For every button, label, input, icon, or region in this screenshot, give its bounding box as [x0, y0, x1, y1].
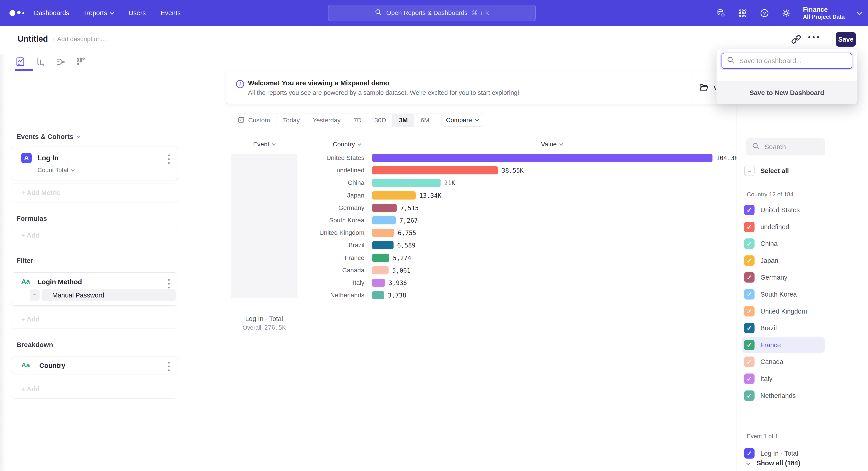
breakdown-kebab-icon[interactable]: [168, 362, 170, 371]
filter-operator[interactable]: =: [30, 289, 39, 301]
legend-item-italy[interactable]: ✓Italy: [744, 371, 772, 387]
bar-germany[interactable]: [372, 204, 397, 212]
legend-item-brazil[interactable]: ✓Brazil: [744, 320, 777, 336]
legend-checkbox[interactable]: ✓: [744, 448, 754, 459]
bar-japan[interactable]: [372, 192, 416, 200]
filter-value[interactable]: Manual Password: [42, 289, 176, 301]
filter-card[interactable]: Aa Login Method = Manual Password: [11, 272, 178, 306]
legend-checkbox[interactable]: ✓: [744, 256, 754, 266]
bar-canada[interactable]: [372, 266, 389, 274]
bar-united-kingdom[interactable]: [372, 229, 394, 237]
metric-kebab-icon[interactable]: [168, 154, 170, 164]
legend-search-input[interactable]: Search: [746, 138, 825, 155]
metric-event-name[interactable]: Log In: [37, 154, 59, 162]
selected-tab-underline: [15, 69, 33, 71]
legend-item-japan[interactable]: ✓Japan: [744, 253, 778, 268]
project-switcher[interactable]: Finance All Project Data: [803, 6, 845, 20]
bar-brazil[interactable]: [372, 241, 394, 249]
settings-gear-icon[interactable]: [781, 8, 791, 18]
compare-button[interactable]: Compare: [441, 114, 483, 127]
add-description-button[interactable]: + Add description...: [52, 35, 106, 43]
legend-checkbox[interactable]: ✓: [744, 238, 754, 249]
nav-item-dashboards[interactable]: Dashboards: [34, 9, 69, 17]
nav-item-reports[interactable]: Reports: [84, 9, 114, 17]
bar-category-label: Italy: [305, 279, 364, 286]
help-icon[interactable]: ?: [760, 8, 770, 18]
legend-checkbox[interactable]: ✓: [744, 289, 754, 299]
copy-link-icon[interactable]: [790, 33, 802, 45]
legend-item-france[interactable]: ✓France: [742, 337, 825, 353]
filter-property-name[interactable]: Login Method: [37, 278, 82, 286]
event-series-cell[interactable]: Log In - Total Overall276.5K: [231, 154, 298, 298]
filter-kebab-icon[interactable]: [168, 279, 170, 289]
nav-item-users[interactable]: Users: [129, 9, 146, 17]
more-options-icon[interactable]: [808, 36, 819, 38]
tab-flows[interactable]: [54, 56, 68, 68]
date-range-6m[interactable]: 6M: [414, 114, 436, 127]
report-title[interactable]: Untitled: [18, 34, 48, 44]
date-range-3m[interactable]: 3M: [393, 114, 414, 127]
legend-checkbox[interactable]: ✓: [744, 340, 754, 350]
bar-france[interactable]: [372, 254, 389, 262]
breakdown-property-name[interactable]: Country: [39, 362, 65, 370]
legend-label: United States: [761, 206, 800, 214]
legend-item-south-korea[interactable]: ✓South Korea: [744, 286, 797, 302]
global-search-button[interactable]: Open Reports & Dashboards ⌘ + K: [328, 5, 536, 21]
add-metric-button[interactable]: + Add Metric: [11, 183, 178, 203]
search-icon: [752, 142, 760, 152]
legend-item-netherlands[interactable]: ✓Netherlands: [744, 388, 796, 404]
apps-grid-icon[interactable]: [738, 8, 748, 18]
legend-checkbox[interactable]: ✓: [744, 374, 754, 384]
column-header-value[interactable]: Value: [541, 141, 563, 148]
legend-item-china[interactable]: ✓China: [744, 236, 778, 252]
save-button[interactable]: Save: [836, 32, 856, 47]
date-range-today[interactable]: Today: [276, 114, 306, 127]
date-range-30d[interactable]: 30D: [368, 114, 393, 127]
tab-retention[interactable]: [74, 56, 88, 68]
chevron-down-icon[interactable]: [857, 10, 862, 15]
bar-value-label: 6,755: [398, 229, 416, 236]
metric-card[interactable]: A Log In Count Total: [11, 147, 178, 180]
tab-insights[interactable]: [13, 56, 28, 68]
save-to-new-dashboard-button[interactable]: Save to New Dashboard: [717, 81, 857, 104]
select-all-checkbox-indeterminate[interactable]: –: [744, 166, 754, 176]
legend-item-canada[interactable]: ✓Canada: [744, 354, 783, 370]
tab-funnels[interactable]: [33, 56, 48, 68]
bar-china[interactable]: [372, 179, 440, 187]
legend-item-log-in-total[interactable]: ✓Log In - Total: [744, 445, 798, 461]
add-breakdown-button[interactable]: + Add: [11, 380, 178, 399]
column-header-event[interactable]: Event: [231, 141, 298, 148]
legend-checkbox[interactable]: ✓: [744, 306, 754, 317]
metric-aggregation[interactable]: Count Total: [37, 167, 74, 174]
events-cohorts-section-title[interactable]: Events & Cohorts: [17, 133, 80, 141]
legend-checkbox[interactable]: ✓: [744, 323, 754, 333]
bar-undefined[interactable]: [372, 166, 498, 174]
mixpanel-logo-icon[interactable]: [9, 0, 24, 26]
legend-checkbox[interactable]: ✓: [744, 272, 754, 283]
add-formula-button[interactable]: + Add: [11, 226, 178, 245]
legend-checkbox[interactable]: ✓: [744, 205, 754, 215]
legend-checkbox[interactable]: ✓: [744, 222, 754, 232]
date-range-yesterday[interactable]: Yesterday: [306, 114, 347, 127]
date-range-custom[interactable]: Custom: [231, 114, 276, 127]
breakdown-card[interactable]: Aa Country: [11, 356, 178, 374]
bar-united-states[interactable]: [372, 154, 712, 162]
nav-item-events[interactable]: Events: [161, 9, 181, 17]
save-dashboard-search-input[interactable]: Save to dashboard...: [721, 53, 852, 69]
bar-south-korea[interactable]: [372, 216, 396, 225]
legend-item-united-kingdom[interactable]: ✓United Kingdom: [744, 303, 807, 319]
banner-subtitle: All the reports you see are powered by a…: [248, 89, 519, 96]
legend-item-united-states[interactable]: ✓United States: [744, 202, 800, 218]
legend-item-germany[interactable]: ✓Germany: [744, 269, 787, 285]
date-range-7d[interactable]: 7D: [347, 114, 368, 127]
bar-italy[interactable]: [372, 279, 385, 287]
legend-checkbox[interactable]: ✓: [744, 390, 754, 401]
search-icon: [375, 8, 382, 18]
column-header-country[interactable]: Country: [333, 141, 361, 148]
add-filter-button[interactable]: + Add: [11, 310, 178, 329]
legend-checkbox[interactable]: ✓: [744, 356, 754, 367]
legend-item-undefined[interactable]: ✓undefined: [744, 219, 789, 235]
select-all-row[interactable]: – Select all: [744, 163, 789, 179]
data-management-icon[interactable]: [716, 8, 726, 18]
bar-netherlands[interactable]: [372, 291, 384, 299]
